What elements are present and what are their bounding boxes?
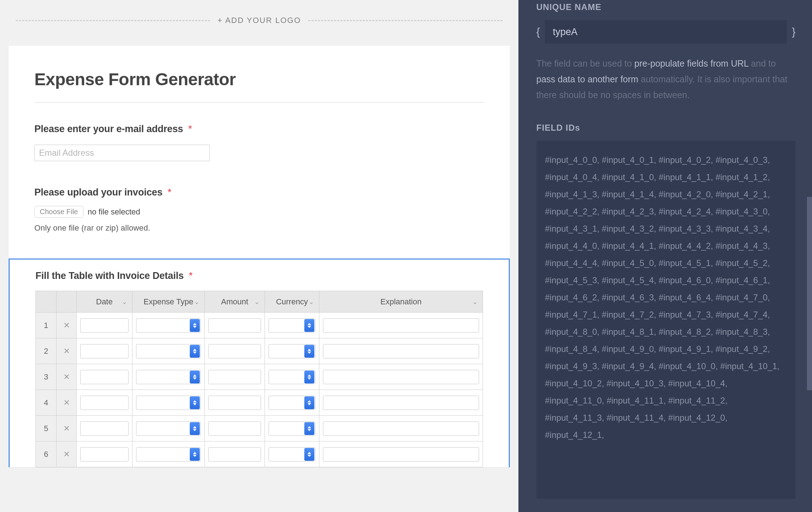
field-ids-box[interactable]: #input_4_0_0, #input_4_0_1, #input_4_0_2… <box>536 141 796 499</box>
explanation-input[interactable] <box>323 370 479 384</box>
th-amount[interactable]: Amount⌄ <box>205 291 265 313</box>
row-index: 4 <box>36 390 57 416</box>
row-index: 6 <box>36 441 57 467</box>
expense-type-select[interactable] <box>136 370 201 384</box>
row-index: 5 <box>36 416 57 441</box>
table-field-group-selected[interactable]: Fill the Table with Invoice Details * Da… <box>9 259 510 467</box>
table-row: 3✕ <box>36 364 483 390</box>
currency-select[interactable] <box>269 370 315 384</box>
select-stepper-icon <box>304 319 314 332</box>
currency-select[interactable] <box>269 447 315 462</box>
expense-type-select[interactable] <box>136 344 201 358</box>
amount-input[interactable] <box>208 396 261 410</box>
currency-select[interactable] <box>269 421 315 436</box>
upload-label: Please upload your invoices <box>34 187 163 198</box>
amount-input[interactable] <box>208 318 261 333</box>
unique-name-help-text: The field can be used to pre-populate fi… <box>536 56 796 103</box>
no-file-text: no file selected <box>88 207 140 217</box>
delete-row-button[interactable]: ✕ <box>57 338 77 364</box>
select-stepper-icon <box>304 371 314 383</box>
form-builder-canvas: + ADD YOUR LOGO Expense Form Generator P… <box>0 0 518 512</box>
expense-type-select[interactable] <box>136 396 201 410</box>
close-icon: ✕ <box>63 372 70 381</box>
date-input[interactable] <box>80 370 129 384</box>
form-title[interactable]: Expense Form Generator <box>34 69 484 89</box>
title-divider <box>34 102 484 103</box>
amount-input[interactable] <box>208 447 261 462</box>
select-stepper-icon <box>190 371 200 383</box>
chevron-down-icon: ⌄ <box>254 298 260 306</box>
explanation-input[interactable] <box>323 344 479 358</box>
select-stepper-icon <box>190 422 200 435</box>
required-asterisk: * <box>168 187 171 198</box>
explanation-input[interactable] <box>323 396 479 410</box>
close-icon: ✕ <box>63 321 70 330</box>
required-asterisk: * <box>188 124 192 134</box>
select-stepper-icon <box>190 396 200 409</box>
invoice-table: Date⌄ Expense Type⌄ Amount⌄ Currency⌄ Ex… <box>35 291 483 467</box>
table-row: 1✕ <box>36 313 483 338</box>
expense-type-select[interactable] <box>136 421 201 436</box>
table-row: 4✕ <box>36 390 483 416</box>
add-logo-button[interactable]: + ADD YOUR LOGO <box>217 16 301 25</box>
email-field-group[interactable]: Please enter your e-mail address * <box>34 124 484 161</box>
chevron-down-icon: ⌄ <box>472 298 478 306</box>
currency-select[interactable] <box>269 396 315 410</box>
close-icon: ✕ <box>63 398 70 407</box>
select-stepper-icon <box>190 319 200 332</box>
date-input[interactable] <box>80 447 129 462</box>
th-date[interactable]: Date⌄ <box>77 291 132 313</box>
currency-select[interactable] <box>269 318 315 333</box>
choose-file-button[interactable]: Choose File <box>34 206 83 218</box>
unique-name-input[interactable] <box>545 20 787 44</box>
amount-input[interactable] <box>208 370 261 384</box>
select-stepper-icon <box>190 448 200 461</box>
amount-input[interactable] <box>208 344 261 358</box>
delete-row-button[interactable]: ✕ <box>57 441 77 467</box>
unique-name-section-label: UNIQUE NAME <box>536 2 796 12</box>
th-currency[interactable]: Currency⌄ <box>265 291 319 313</box>
amount-input[interactable] <box>208 421 261 436</box>
table-row: 6✕ <box>36 441 483 467</box>
expense-type-select[interactable] <box>136 447 201 462</box>
explanation-input[interactable] <box>323 318 479 333</box>
chevron-down-icon: ⌄ <box>309 298 314 306</box>
date-input[interactable] <box>80 318 129 333</box>
expense-type-select[interactable] <box>136 318 201 333</box>
form-card: Expense Form Generator Please enter your… <box>9 46 510 467</box>
close-icon: ✕ <box>63 424 70 433</box>
th-blank-idx <box>36 291 57 313</box>
field-ids-section-label: FIELD IDs <box>536 123 796 133</box>
table-label: Fill the Table with Invoice Details <box>35 270 184 281</box>
email-label: Please enter your e-mail address <box>34 124 183 135</box>
th-explanation[interactable]: Explanation⌄ <box>319 291 483 313</box>
table-row: 2✕ <box>36 338 483 364</box>
date-input[interactable] <box>80 396 129 410</box>
delete-row-button[interactable]: ✕ <box>57 390 77 416</box>
upload-hint: Only one file (rar or zip) allowed. <box>34 223 484 233</box>
th-expense-type[interactable]: Expense Type⌄ <box>132 291 205 313</box>
th-blank-del <box>57 291 77 313</box>
explanation-input[interactable] <box>323 447 479 462</box>
select-stepper-icon <box>304 448 314 461</box>
row-index: 1 <box>36 313 57 338</box>
select-stepper-icon <box>304 422 314 435</box>
scrollbar-thumb[interactable] <box>807 197 812 390</box>
chevron-down-icon: ⌄ <box>194 298 199 306</box>
currency-select[interactable] <box>269 344 315 358</box>
explanation-input[interactable] <box>323 421 479 436</box>
select-stepper-icon <box>304 396 314 409</box>
close-icon: ✕ <box>63 450 70 459</box>
date-input[interactable] <box>80 421 129 436</box>
brace-close: } <box>792 26 796 38</box>
logo-placeholder-row: + ADD YOUR LOGO <box>9 9 510 32</box>
delete-row-button[interactable]: ✕ <box>57 416 77 441</box>
select-stepper-icon <box>190 345 200 358</box>
upload-field-group[interactable]: Please upload your invoices * Choose Fil… <box>34 187 484 233</box>
date-input[interactable] <box>80 344 129 358</box>
properties-panel: UNIQUE NAME { } The field can be used to… <box>518 0 812 512</box>
email-input[interactable] <box>34 145 210 161</box>
delete-row-button[interactable]: ✕ <box>57 364 77 390</box>
select-stepper-icon <box>304 345 314 358</box>
delete-row-button[interactable]: ✕ <box>57 313 77 338</box>
